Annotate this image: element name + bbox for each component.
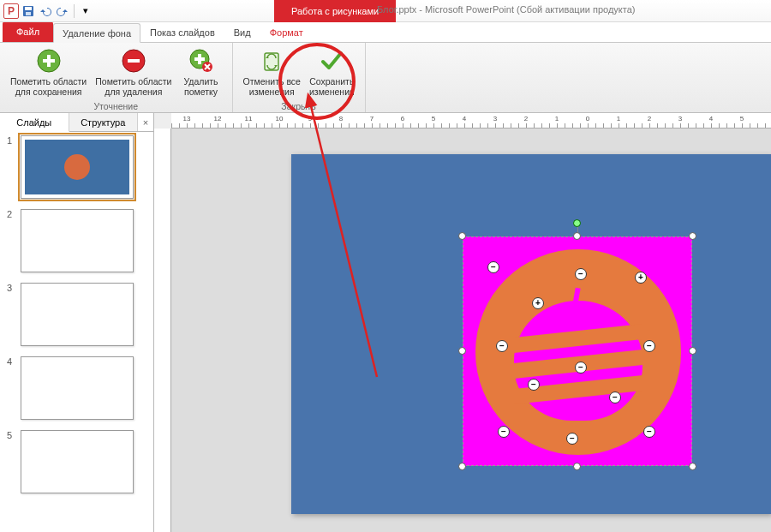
resize-handle-ne[interactable] (689, 232, 696, 240)
keep-marker-icon[interactable]: − (643, 426, 655, 438)
svg-rect-2 (26, 12, 31, 15)
checkmark-icon (318, 47, 345, 75)
background-removal-marquee[interactable]: − − + + − − − − − − − − (463, 236, 692, 466)
svg-rect-9 (128, 59, 140, 63)
window-title: Блог.pptx - Microsoft PowerPoint (Сбой а… (377, 4, 635, 15)
svg-rect-15 (265, 53, 278, 70)
thumbnail-panel: Слайды Структура × 1 2 3 4 (0, 113, 154, 532)
keep-marker-icon[interactable]: − (575, 268, 587, 280)
slide-thumbnail-5[interactable] (21, 430, 134, 493)
remove-marker-icon[interactable]: + (532, 297, 544, 309)
thumbnail-tab-slides[interactable]: Слайды (0, 113, 69, 132)
group-label-refine: Уточнение (93, 99, 138, 112)
vertical-ruler (154, 129, 171, 532)
resize-handle-sw[interactable] (458, 463, 466, 470)
resize-handle-w[interactable] (458, 347, 466, 355)
thumbnail-number: 4 (7, 356, 15, 367)
slide-thumbnail-3[interactable] (21, 283, 134, 346)
thumbnail-number: 5 (7, 430, 15, 440)
thumbnail-number: 1 (7, 135, 15, 146)
thumbnail-panel-close-icon[interactable]: × (138, 113, 153, 131)
ribbon-group-refine: Пометить областидля сохранения Пометить … (0, 43, 233, 112)
redo-icon[interactable] (55, 3, 70, 19)
tab-view[interactable]: Вид (224, 22, 260, 42)
qat-customize-icon[interactable]: ▾ (78, 3, 93, 19)
thumbnail-row[interactable]: 2 (7, 209, 146, 272)
keep-marker-icon[interactable]: − (609, 392, 621, 403)
slide-thumbnail-4[interactable] (21, 356, 134, 420)
keep-marker-icon[interactable]: − (528, 379, 540, 391)
file-tab[interactable]: Файл (3, 21, 53, 42)
keep-changes-button[interactable]: Сохранитьизменения (306, 45, 358, 99)
keep-marker-icon[interactable]: − (566, 433, 578, 445)
slide-canvas[interactable]: − − + + − − − − − − − − (291, 154, 771, 514)
thumbnail-row[interactable]: 3 (7, 283, 146, 346)
svg-rect-6 (43, 59, 55, 63)
ribbon: Пометить областидля сохранения Пометить … (0, 43, 771, 113)
keep-marker-icon[interactable]: − (575, 362, 587, 374)
thumbnail-row[interactable]: 4 (7, 356, 146, 420)
keep-marker-icon[interactable]: − (496, 340, 508, 352)
slide-thumbnail-2[interactable] (21, 209, 134, 272)
mark-areas-keep-button[interactable]: Пометить областидля сохранения (7, 45, 90, 99)
ribbon-group-close: Отменить всеизменения Сохранитьизменения… (233, 43, 366, 112)
resize-handle-se[interactable] (689, 463, 696, 470)
title-bar: P ▾ Работа с рисунками Блог.pptx - Micro… (0, 0, 771, 22)
thumbnail-number: 2 (7, 209, 15, 219)
quick-access-toolbar: P ▾ (0, 3, 93, 19)
app-icon[interactable]: P (3, 3, 19, 19)
slide-thumbnail-1[interactable] (21, 135, 134, 199)
keep-marker-icon[interactable]: − (487, 261, 499, 273)
remove-marker-icon[interactable]: + (635, 272, 647, 284)
picture-selection[interactable]: − − + + − − − − − − − − (463, 236, 692, 466)
thumbnail-tabs: Слайды Структура × (0, 113, 153, 132)
delete-mark-icon (188, 47, 215, 75)
thumbnail-list[interactable]: 1 2 3 4 5 (0, 132, 153, 532)
tab-format[interactable]: Формат (260, 22, 313, 42)
rotation-handle[interactable] (573, 219, 581, 227)
resize-handle-n[interactable] (573, 232, 581, 240)
svg-rect-13 (194, 57, 205, 61)
canvas-area: 13121110987654321012345 (154, 113, 771, 532)
thumbnail-row[interactable]: 5 (7, 430, 146, 493)
svg-rect-1 (25, 7, 32, 10)
group-label-close: Закрыть (281, 99, 315, 112)
tab-remove-background[interactable]: Удаление фона (53, 23, 140, 43)
tab-slideshow[interactable]: Показ слайдов (140, 22, 224, 42)
ribbon-tabs: Файл Удаление фона Показ слайдов Вид Фор… (0, 22, 771, 43)
delete-mark-button[interactable]: Удалитьпометку (177, 45, 225, 99)
mark-areas-remove-button[interactable]: Пометить областидля удаления (92, 45, 175, 99)
recycle-bin-icon (258, 47, 285, 75)
picture-circle (475, 249, 681, 455)
minus-circle-icon (120, 47, 147, 75)
keep-marker-icon[interactable]: − (643, 340, 655, 352)
resize-handle-nw[interactable] (458, 232, 466, 240)
thumbnail-number: 3 (7, 283, 15, 293)
thumbnail-tab-outline[interactable]: Структура (69, 113, 139, 131)
undo-icon[interactable] (38, 3, 53, 19)
resize-handle-s[interactable] (573, 463, 581, 470)
horizontal-ruler: 13121110987654321012345 (171, 113, 771, 129)
save-icon[interactable] (21, 3, 36, 19)
resize-handle-e[interactable] (689, 347, 696, 355)
slide-stage[interactable]: − − + + − − − − − − − − (171, 129, 771, 532)
thumbnail-row[interactable]: 1 (7, 135, 146, 199)
discard-changes-button[interactable]: Отменить всеизменения (240, 45, 304, 99)
plus-circle-icon (35, 47, 63, 75)
qat-separator (74, 4, 75, 18)
keep-marker-icon[interactable]: − (498, 426, 510, 438)
workspace: Слайды Структура × 1 2 3 4 (0, 113, 771, 532)
